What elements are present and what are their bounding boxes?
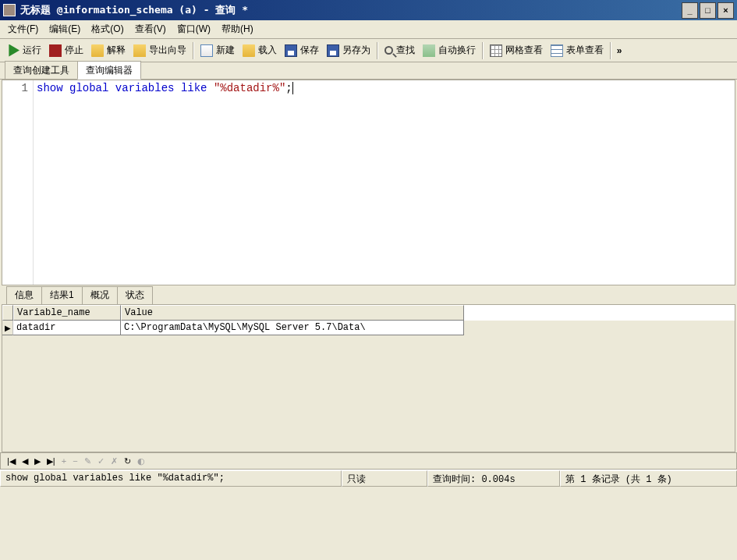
stop-button[interactable]: 停止 <box>45 41 87 59</box>
saveas-button[interactable]: 另存为 <box>323 41 374 59</box>
code-area[interactable]: show global variables like "%datadir%"; <box>34 80 735 285</box>
form-view-button[interactable]: 表单查看 <box>547 41 608 59</box>
wrap-icon <box>423 44 435 57</box>
grid-icon <box>490 44 502 57</box>
grid-header: Variable_name Value <box>2 305 735 321</box>
menu-format[interactable]: 格式(O) <box>87 21 128 37</box>
menu-bar: 文件(F) 编辑(E) 格式(O) 查看(V) 窗口(W) 帮助(H) <box>0 20 737 39</box>
nav-cancel[interactable]: ✗ <box>109 455 119 467</box>
new-label: 新建 <box>216 44 235 57</box>
nav-first[interactable]: |◀ <box>5 455 17 467</box>
status-readonly: 只读 <box>342 470 427 487</box>
toolbar-separator <box>482 42 484 59</box>
table-row[interactable]: ▶ datadir C:\ProgramData\MySQL\MySQL Ser… <box>2 321 735 335</box>
grid-view-label: 网格查看 <box>505 44 543 57</box>
find-label: 查找 <box>396 44 415 57</box>
token-punct: ; <box>285 82 292 94</box>
line-number: 1 <box>7 82 28 94</box>
nav-last[interactable]: ▶| <box>45 455 57 467</box>
nav-next[interactable]: ▶ <box>33 455 42 467</box>
nav-add[interactable]: + <box>60 455 68 466</box>
nav-delete[interactable]: − <box>71 455 79 466</box>
saveas-label: 另存为 <box>342 44 370 57</box>
export-wizard-label: 导出向导 <box>149 44 186 57</box>
explain-icon <box>91 44 104 57</box>
tab-query-builder[interactable]: 查询创建工具 <box>5 61 78 79</box>
title-bar: 无标题 @information_schema (a) - 查询 * _ □ × <box>0 0 737 20</box>
column-variable-name[interactable]: Variable_name <box>13 305 121 321</box>
toolbar: 运行 停止 解释 导出向导 新建 载入 保存 另存为 查找 自动换行 网格查看 … <box>0 39 737 62</box>
nav-stop[interactable]: ◐ <box>136 455 147 467</box>
minimize-button[interactable]: _ <box>682 2 698 19</box>
maximize-button[interactable]: □ <box>700 2 716 19</box>
toolbar-overflow[interactable]: » <box>614 45 625 56</box>
find-button[interactable]: 查找 <box>381 41 419 59</box>
token-keyword: like <box>181 82 207 94</box>
menu-edit[interactable]: 编辑(E) <box>44 21 85 37</box>
toolbar-separator <box>610 42 611 59</box>
app-icon <box>3 4 16 16</box>
caret <box>292 82 293 94</box>
stop-icon <box>49 44 62 57</box>
window-title: 无标题 @information_schema (a) - 查询 * <box>20 3 682 17</box>
nav-apply[interactable]: ✓ <box>96 455 106 467</box>
token-keyword: show <box>37 82 63 94</box>
load-label: 载入 <box>258 44 277 57</box>
tab-result-1[interactable]: 结果1 <box>41 286 83 304</box>
grid-view-button[interactable]: 网格查看 <box>486 41 547 59</box>
grid-body: ▶ datadir C:\ProgramData\MySQL\MySQL Ser… <box>2 321 735 452</box>
run-icon <box>7 44 19 57</box>
menu-window[interactable]: 窗口(W) <box>172 21 215 37</box>
explain-button[interactable]: 解释 <box>87 41 129 59</box>
toolbar-separator <box>193 42 194 59</box>
row-indicator-head <box>2 305 13 321</box>
tab-query-editor[interactable]: 查询编辑器 <box>77 61 141 80</box>
window-buttons: _ □ × <box>682 2 734 19</box>
token-keyword: variables <box>115 82 175 94</box>
nav-refresh[interactable]: ↻ <box>122 455 133 467</box>
sql-editor[interactable]: 1 show global variables like "%datadir%"… <box>2 80 735 285</box>
export-wizard-button[interactable]: 导出向导 <box>129 41 190 59</box>
tab-info[interactable]: 信息 <box>6 286 42 304</box>
nav-edit[interactable]: ✎ <box>83 455 93 467</box>
load-button[interactable]: 载入 <box>239 41 281 59</box>
explain-label: 解释 <box>107 44 126 57</box>
cell-value[interactable]: C:\ProgramData\MySQL\MySQL Server 5.7\Da… <box>121 321 464 335</box>
menu-help[interactable]: 帮助(H) <box>217 21 258 37</box>
menu-file[interactable]: 文件(F) <box>3 21 43 37</box>
status-sql: show global variables like "%datadir%"; <box>0 470 342 487</box>
form-view-label: 表单查看 <box>566 44 604 57</box>
run-button[interactable]: 运行 <box>3 41 45 59</box>
result-tabs: 信息 结果1 概况 状态 <box>2 287 735 304</box>
editor-tabs: 查询创建工具 查询编辑器 <box>0 62 737 80</box>
close-button[interactable]: × <box>718 2 734 19</box>
new-icon <box>200 44 213 57</box>
save-label: 保存 <box>300 44 319 57</box>
autowrap-label: 自动换行 <box>438 44 476 57</box>
saveas-icon <box>327 44 339 57</box>
run-label: 运行 <box>23 44 41 57</box>
menu-view[interactable]: 查看(V) <box>130 21 171 37</box>
form-icon <box>551 44 563 57</box>
autowrap-button[interactable]: 自动换行 <box>419 41 480 59</box>
export-wizard-icon <box>133 44 146 57</box>
token-keyword: global <box>69 82 108 94</box>
column-value[interactable]: Value <box>121 305 464 321</box>
save-button[interactable]: 保存 <box>281 41 323 59</box>
toolbar-separator <box>377 42 378 59</box>
result-grid: Variable_name Value ▶ datadir C:\Program… <box>2 304 735 452</box>
row-indicator-icon: ▶ <box>2 321 13 335</box>
load-icon <box>243 44 255 57</box>
status-bar: show global variables like "%datadir%"; … <box>0 470 737 487</box>
token-string: "%datadir%" <box>214 82 285 94</box>
search-icon <box>384 46 393 55</box>
new-button[interactable]: 新建 <box>197 41 239 59</box>
line-gutter: 1 <box>2 80 34 285</box>
tab-profile[interactable]: 概况 <box>82 286 118 304</box>
save-icon <box>285 44 297 57</box>
status-query-time: 查询时间: 0.004s <box>427 470 560 487</box>
nav-prev[interactable]: ◀ <box>20 455 30 467</box>
record-nav: |◀ ◀ ▶ ▶| + − ✎ ✓ ✗ ↻ ◐ <box>0 452 737 470</box>
cell-variable-name[interactable]: datadir <box>13 321 121 335</box>
tab-status[interactable]: 状态 <box>117 286 153 304</box>
